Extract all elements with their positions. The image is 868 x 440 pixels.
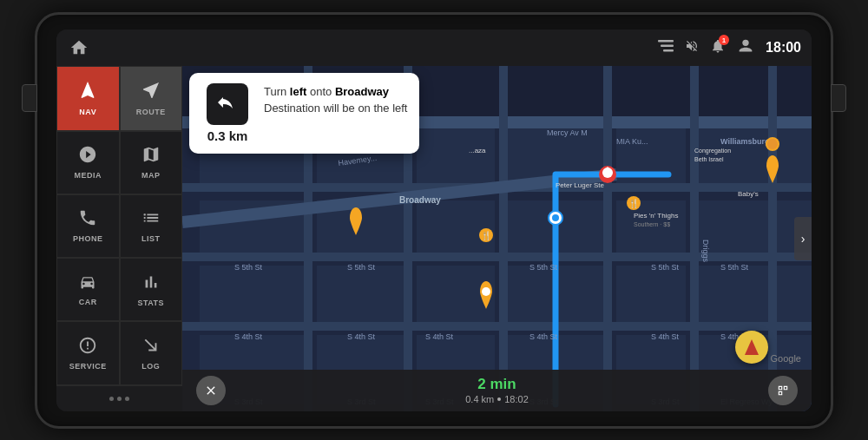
svg-point-71 (767, 139, 778, 149)
svg-rect-9 (417, 127, 495, 187)
media-icon (78, 145, 97, 168)
sidebar-item-car[interactable]: CAR (56, 258, 120, 321)
route-options-button[interactable] (768, 376, 798, 405)
svg-rect-23 (616, 266, 686, 322)
svg-text:Beth Israel: Beth Israel (694, 156, 724, 162)
screen: 1 18:00 (56, 30, 812, 411)
svg-text:S 5th St: S 5th St (651, 263, 680, 272)
nav-direction: left (290, 85, 307, 98)
status-bar: 1 18:00 (56, 30, 812, 66)
svg-text:S 5th St: S 5th St (234, 263, 263, 272)
svg-text:Congregation: Congregation (694, 148, 731, 154)
route-label: ROUTE (136, 108, 166, 116)
phone-icon (78, 208, 97, 232)
svg-text:S 4th St: S 4th St (347, 332, 376, 341)
sidebar-item-stats[interactable]: STATS (120, 258, 183, 321)
service-icon (78, 336, 97, 359)
sidebar-item-nav[interactable]: NAV (56, 66, 120, 131)
map-label: MAP (141, 171, 161, 180)
svg-text:Peter Luger Ste: Peter Luger Ste (556, 181, 605, 189)
svg-point-84 (482, 287, 490, 296)
svg-rect-0 (658, 40, 674, 43)
phone-label: PHONE (73, 234, 103, 243)
notification-icon[interactable]: 1 (710, 38, 726, 56)
eta-minutes: 2 min (477, 376, 516, 393)
svg-text:Mercy Av M: Mercy Av M (547, 128, 588, 137)
bottom-bar: 2 min 0.4 km 18:02 (182, 370, 812, 411)
stats-icon (141, 273, 161, 296)
svg-text:S 4th St: S 4th St (529, 332, 558, 341)
device-frame: 1 18:00 (35, 12, 833, 429)
stats-label: STATS (137, 299, 164, 307)
eta-arrival-time: 18:02 (504, 394, 529, 404)
svg-rect-19 (200, 266, 304, 322)
svg-text:S 4th St: S 4th St (234, 332, 263, 341)
eta-details: 0.4 km 18:02 (465, 394, 529, 404)
svg-text:Broadway: Broadway (399, 195, 441, 205)
status-bar-left (67, 36, 91, 60)
svg-text:S 4th St: S 4th St (651, 332, 680, 341)
compass-button[interactable] (735, 331, 768, 364)
dots-bar[interactable] (56, 385, 182, 411)
menu-icon[interactable] (658, 40, 674, 55)
svg-text:Driggs: Driggs (701, 240, 710, 263)
list-label: LIST (141, 234, 161, 243)
svg-rect-20 (317, 266, 404, 322)
sidebar-item-service[interactable]: SERVICE (56, 321, 120, 384)
sidebar-item-map[interactable]: MAP (120, 131, 183, 194)
google-watermark: Google (771, 353, 801, 364)
nav-instruction: Turn left onto Broadway Destination will… (264, 83, 407, 117)
eta-distance: 0.4 km (465, 394, 494, 404)
sidebar-item-route[interactable]: ROUTE (120, 66, 183, 131)
map-area: S 5th St S 5th St S 5th St S 5th St S 5t… (182, 66, 812, 411)
expand-chevron-button[interactable]: › (794, 217, 812, 260)
svg-text:Southern · $$: Southern · $$ (634, 221, 670, 227)
car-icon (77, 273, 98, 295)
close-navigation-button[interactable] (196, 376, 226, 405)
nav-destination: Destination will be on the left (264, 102, 407, 115)
svg-rect-4 (144, 214, 146, 216)
dot1 (109, 397, 114, 401)
main-content: NAV ROUTE (56, 66, 812, 411)
status-bar-right: 1 18:00 (658, 36, 801, 58)
nav-card: 0.3 km Turn left onto Broadway Destinati… (189, 73, 419, 154)
svg-rect-15 (417, 200, 495, 253)
svg-text:S 5th St: S 5th St (347, 263, 376, 272)
sidebar-item-log[interactable]: LOG (120, 321, 183, 384)
svg-text:...aza: ...aza (469, 147, 486, 154)
mute-icon[interactable] (684, 39, 700, 56)
service-label: SERVICE (69, 362, 107, 371)
svg-point-76 (552, 214, 559, 221)
nav-card-text: Turn left onto Broadway Destination will… (264, 83, 407, 117)
sidebar-item-phone[interactable]: PHONE (56, 194, 120, 258)
log-label: LOG (141, 362, 160, 371)
nav-grid: NAV ROUTE (56, 66, 182, 385)
svg-text:S 4th St: S 4th St (425, 332, 454, 341)
home-icon[interactable] (67, 36, 91, 60)
nav-arrow-icon (77, 80, 98, 105)
svg-point-3 (742, 40, 748, 46)
log-icon (141, 336, 161, 359)
notification-badge: 1 (719, 35, 729, 45)
nav-card-turn: 0.3 km (201, 83, 253, 143)
eta-separator (497, 397, 501, 401)
dot2 (117, 397, 122, 401)
profile-icon[interactable] (736, 36, 755, 58)
route-icon (141, 80, 161, 105)
svg-rect-24 (699, 266, 812, 322)
svg-text:Baby's: Baby's (738, 190, 759, 198)
sidebar-item-list[interactable]: LIST (120, 194, 183, 258)
svg-text:🍴: 🍴 (481, 230, 492, 241)
sidebar-item-media[interactable]: MEDIA (56, 131, 120, 194)
svg-text:MIA Ku...: MIA Ku... (616, 137, 648, 146)
nav-street: Broadway (335, 85, 389, 98)
time-display: 18:00 (766, 40, 801, 56)
svg-text:Pies 'n' Thighs: Pies 'n' Thighs (634, 212, 678, 220)
turn-arrow-icon (207, 83, 248, 125)
svg-rect-1 (661, 45, 674, 48)
svg-text:S 5th St: S 5th St (529, 263, 558, 272)
media-label: MEDIA (75, 171, 102, 180)
turn-distance: 0.3 km (207, 128, 248, 143)
car-label: CAR (79, 298, 97, 306)
list-icon (141, 208, 161, 232)
